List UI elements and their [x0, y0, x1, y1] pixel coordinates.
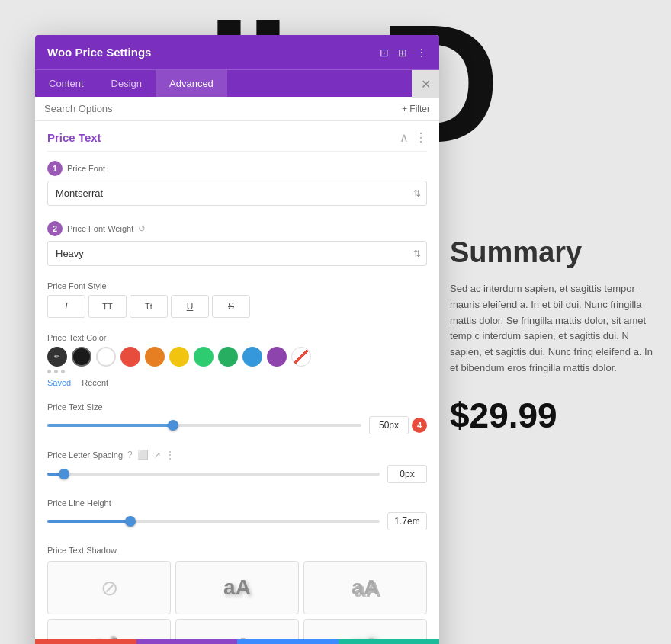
italic-button[interactable]: I: [47, 295, 85, 318]
swatch-strikethrough[interactable]: [291, 347, 311, 367]
swatch-green[interactable]: [218, 347, 238, 367]
price-letter-spacing-label: Price Letter Spacing ? ⬜ ↗ ⋮: [47, 450, 427, 460]
style-buttons: I TT Tt U S: [47, 295, 427, 318]
swatch-orange[interactable]: [145, 347, 165, 367]
cancel-button[interactable]: ✕: [35, 639, 136, 644]
price-text-size-label: Price Text Size: [47, 402, 427, 412]
price-text-size-input[interactable]: [369, 416, 409, 434]
modal-title: Woo Price Settings: [47, 46, 151, 59]
help-icon[interactable]: ?: [127, 450, 133, 460]
right-panel: Summary Sed ac interdum sapien, et sagit…: [427, 0, 671, 644]
fullscreen-icon[interactable]: ⊡: [380, 46, 389, 59]
price-font-style-label: Price Font Style: [47, 281, 427, 290]
dot-1: [47, 370, 51, 373]
summary-text: Sed ac interdum sapien, et sagittis temp…: [450, 281, 656, 376]
save-button[interactable]: ✓: [339, 639, 440, 644]
badge-3[interactable]: ✏: [47, 347, 67, 367]
price-display: $29.99: [450, 395, 656, 436]
shadow-hard[interactable]: aA: [303, 561, 427, 614]
price-font-label: 1 Price Font: [47, 161, 427, 176]
settings-modal: Woo Price Settings ⊡ ⊞ ⋮ Content Design …: [35, 35, 439, 644]
filter-button[interactable]: + Filter: [402, 104, 430, 114]
more-letter-icon[interactable]: ⋮: [165, 450, 175, 460]
swatch-red[interactable]: [120, 347, 140, 367]
swatch-yellow[interactable]: [169, 347, 189, 367]
modal-tabs: Content Design Advanced ✕: [35, 69, 439, 97]
shadow-none[interactable]: ⊘: [47, 561, 171, 614]
price-font-style-group: Price Font Style I TT Tt U S: [47, 272, 427, 324]
shadow-none-icon: ⊘: [101, 575, 118, 601]
search-input[interactable]: [44, 103, 402, 114]
price-line-height-group: Price Line Height: [47, 489, 427, 537]
swatch-white[interactable]: [96, 347, 116, 367]
price-font-select[interactable]: Montserrat Roboto Open Sans: [47, 181, 427, 206]
close-button[interactable]: ✕: [412, 70, 439, 98]
more-options-icon[interactable]: ⋮: [416, 46, 427, 59]
tab-advanced[interactable]: Advanced: [156, 70, 227, 97]
strikethrough-button[interactable]: S: [212, 295, 250, 318]
line-height-fill: [47, 520, 130, 523]
shadow-grid: ⊘ aA aA aA aA aA: [47, 561, 427, 639]
collapse-icon[interactable]: ∧: [400, 130, 409, 145]
price-line-height-label: Price Line Height: [47, 498, 427, 508]
section-icons: ∧ ⋮: [400, 130, 427, 145]
redo-button[interactable]: ↻: [237, 639, 339, 644]
shadow-inner[interactable]: aA: [47, 619, 171, 639]
dot-2: [54, 370, 58, 373]
color-swatches: ✏: [47, 347, 427, 367]
capitalize-button[interactable]: Tt: [130, 295, 168, 318]
dot-3: [61, 370, 65, 373]
section-more-icon[interactable]: ⋮: [415, 130, 427, 145]
shadow-bottom[interactable]: aA: [175, 619, 299, 639]
price-letter-spacing-input[interactable]: [387, 465, 427, 483]
cursor-icon[interactable]: ↗: [153, 450, 161, 460]
swatch-purple[interactable]: [267, 347, 287, 367]
underline-button[interactable]: U: [171, 295, 209, 318]
modal-header: Woo Price Settings ⊡ ⊞ ⋮: [35, 35, 439, 69]
letter-spacing-thumb[interactable]: [59, 469, 69, 479]
badge-4: 4: [412, 418, 427, 433]
price-font-select-wrap: Montserrat Roboto Open Sans ⇅: [47, 181, 427, 206]
modal-header-icons: ⊡ ⊞ ⋮: [380, 46, 427, 59]
device-icon[interactable]: ⬜: [137, 450, 149, 460]
letter-spacing-value-box: [387, 465, 427, 483]
shadow-inner-text: aA: [95, 633, 123, 639]
swatch-green-light[interactable]: [194, 347, 214, 367]
letter-spacing-track: [47, 473, 380, 476]
price-text-color-label: Price Text Color: [47, 333, 427, 342]
expand-icon[interactable]: ⊞: [398, 46, 407, 59]
line-height-track: [47, 520, 380, 523]
saved-recent: Saved Recent: [47, 378, 427, 387]
price-letter-spacing-row: [47, 465, 427, 483]
price-line-height-input[interactable]: [387, 512, 427, 530]
price-font-weight-select-wrap: Heavy Bold Normal Light ⇅: [47, 241, 427, 266]
tab-content[interactable]: Content: [35, 70, 98, 97]
badge-2: 2: [47, 221, 63, 236]
price-font-group: 1 Price Font Montserrat Roboto Open Sans…: [47, 152, 427, 212]
reset-font-weight-icon[interactable]: ↺: [138, 223, 146, 234]
slider-value-box: 4: [369, 416, 427, 434]
price-text-size-slider-container: [47, 424, 361, 427]
shadow-glow[interactable]: aA: [303, 619, 427, 639]
line-height-thumb[interactable]: [125, 516, 136, 527]
slider-thumb[interactable]: [168, 420, 178, 431]
saved-label[interactable]: Saved: [47, 378, 71, 387]
modal-body: Price Text ∧ ⋮ 1 Price Font Montserrat R…: [35, 121, 439, 639]
price-letter-spacing-group: Price Letter Spacing ? ⬜ ↗ ⋮: [47, 441, 427, 489]
swatch-blue[interactable]: [242, 347, 262, 367]
price-line-height-slider-container: [47, 520, 380, 523]
dots-row: [47, 370, 427, 373]
price-letter-spacing-slider-container: [47, 473, 380, 476]
price-text-size-group: Price Text Size 4: [47, 393, 427, 441]
swatch-black[interactable]: [72, 347, 92, 367]
recent-label[interactable]: Recent: [82, 378, 108, 387]
price-text-color-group: Price Text Color ✏: [47, 324, 427, 393]
shadow-soft[interactable]: aA: [175, 561, 299, 614]
uppercase-button[interactable]: TT: [88, 295, 127, 318]
reset-button[interactable]: ↺: [136, 639, 238, 644]
slider-fill: [47, 424, 173, 427]
price-font-weight-select[interactable]: Heavy Bold Normal Light: [47, 241, 427, 266]
price-line-height-row: [47, 512, 427, 530]
price-text-size-row: 4: [47, 416, 427, 434]
tab-design[interactable]: Design: [98, 70, 156, 97]
